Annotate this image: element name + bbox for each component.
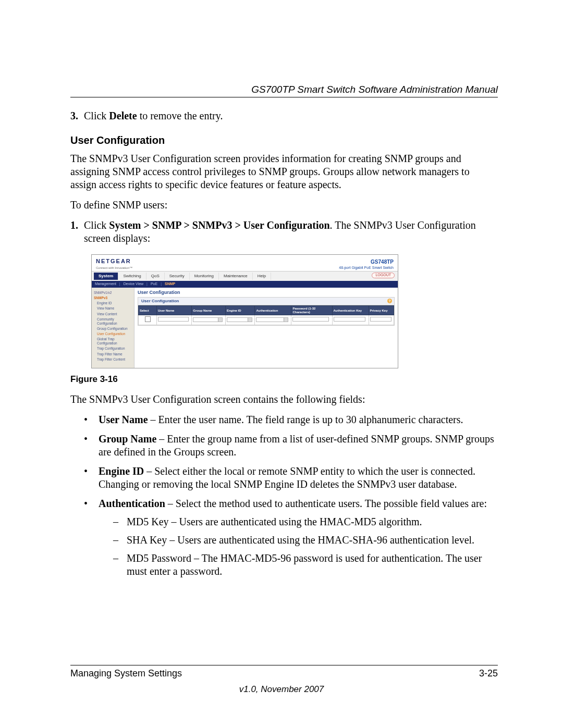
step-3: 3. Click Delete to remove the entry. xyxy=(70,109,498,122)
table-row xyxy=(139,315,394,325)
sidebar-item-group-config[interactable]: Group Configuration xyxy=(97,327,133,331)
field-desc: – Enter the user name. The field range i… xyxy=(148,414,463,425)
field-desc: – Select either the local or remote SNMP… xyxy=(99,465,475,490)
sidebar-item-global-trap-config[interactable]: Global Trap Configuration xyxy=(97,337,133,346)
sidebar-item-engine-id[interactable]: Engine ID xyxy=(97,301,133,305)
col-engine-id: Engine ID xyxy=(225,306,255,315)
logout-button[interactable]: LOGOUT xyxy=(372,273,395,278)
sidebar-item-view-name[interactable]: View Name xyxy=(97,306,133,311)
model-number: GS748TP xyxy=(339,259,394,266)
field-label: Engine ID xyxy=(99,465,144,477)
sidebar-section-snmpv3[interactable]: SNMPv3 xyxy=(94,296,133,300)
bullet-user-name: User Name – Enter the user name. The fie… xyxy=(84,413,498,426)
password-input[interactable] xyxy=(292,317,328,322)
text: Click xyxy=(84,219,109,231)
dash-md5-key: MD5 Key – Users are authenticated using … xyxy=(113,515,498,528)
group-name-select[interactable] xyxy=(193,317,223,322)
col-group-name: Group Name xyxy=(192,306,226,315)
tab-qos[interactable]: QoS xyxy=(146,273,165,280)
step-number: 1. xyxy=(70,219,84,245)
footer-row: Managing System Settings 3-25 xyxy=(70,668,498,680)
model: GS748TP 48-port Gigabit PoE Smart Switch xyxy=(339,259,394,270)
header-rule xyxy=(70,97,498,97)
step-number: 3. xyxy=(70,109,84,122)
text: Click xyxy=(84,110,109,121)
bullet-engine-id: Engine ID – Select either the local or r… xyxy=(84,465,498,491)
inner-title-text: User Configuration xyxy=(141,299,179,303)
post-figure-paragraph: The SNMPv3 User Configuration screen con… xyxy=(70,393,498,406)
sidebar-item-trap-filter-name[interactable]: Trap Filter Name xyxy=(97,352,133,356)
field-bullets: User Name – Enter the user name. The fie… xyxy=(70,413,498,578)
sub-tabs: Management| Device View| PoE| SNMP xyxy=(92,281,398,288)
dash-sha-key: SHA Key – Users are authenticated using … xyxy=(113,534,498,547)
screenshot-header: NETGEAR Connect with Innovation™ GS748TP… xyxy=(92,255,398,271)
divider: | xyxy=(146,282,148,287)
privacy-key-input[interactable] xyxy=(370,317,391,322)
step-text: Click System > SNMP > SNMPv3 > User Conf… xyxy=(84,219,498,245)
subtab-device-view[interactable]: Device View xyxy=(124,282,143,287)
footer-section: Managing System Settings xyxy=(70,668,182,680)
screenshot-content: SNMPv1/v2 SNMPv3 Engine ID View Name Vie… xyxy=(92,288,398,368)
divider: | xyxy=(161,282,162,287)
inner-panel: User Configuration ? Select User Name Gr… xyxy=(138,297,395,326)
field-label: User Name xyxy=(99,414,148,425)
sidebar-item-community-config[interactable]: Community Configuration xyxy=(97,317,133,326)
page-number: 3-25 xyxy=(479,668,498,680)
select-checkbox[interactable] xyxy=(145,316,151,322)
divider: | xyxy=(119,282,120,287)
col-select: Select xyxy=(139,306,157,315)
col-auth-key: Authentication Key xyxy=(332,306,369,315)
authentication-select[interactable] xyxy=(256,317,288,322)
subtab-snmp[interactable]: SNMP xyxy=(165,282,175,287)
col-authentication: Authentication xyxy=(255,306,291,315)
sidebar-item-trap-filter-content[interactable]: Trap Filter Content xyxy=(97,357,133,362)
tab-help[interactable]: Help xyxy=(253,273,271,280)
step-text: Click Delete to remove the entry. xyxy=(84,109,498,122)
col-user-name: User Name xyxy=(157,306,192,315)
bullet-authentication: Authentication – Select the method used … xyxy=(84,497,498,578)
sidebar-item-view-content[interactable]: View Content xyxy=(97,312,133,316)
intro-paragraph: The SNMPv3 User Configuration screen pro… xyxy=(70,152,498,191)
footer-rule xyxy=(70,665,498,665)
auth-key-input[interactable] xyxy=(334,317,366,322)
user-config-table: Select User Name Group Name Engine ID Au… xyxy=(138,305,394,325)
tab-system[interactable]: System xyxy=(94,273,118,280)
sidebar: SNMPv1/v2 SNMPv3 Engine ID View Name Vie… xyxy=(92,288,134,368)
main-panel: User Configuration User Configuration ? … xyxy=(134,288,398,368)
subtab-management[interactable]: Management xyxy=(95,282,116,287)
sidebar-item-trap-config[interactable]: Trap Configuration xyxy=(97,347,133,351)
field-label: Authentication xyxy=(99,498,165,509)
sidebar-item-user-config[interactable]: User Configuration xyxy=(97,332,133,336)
field-desc: – Enter the group name from a list of us… xyxy=(99,433,494,458)
model-description: 48-port Gigabit PoE Smart Switch xyxy=(339,266,394,270)
running-header: GS700TP Smart Switch Software Administra… xyxy=(251,83,498,96)
sidebar-section-snmpv12[interactable]: SNMPv1/v2 xyxy=(94,291,133,295)
help-icon[interactable]: ? xyxy=(387,299,392,303)
brand-logo-text: NETGEAR xyxy=(96,258,132,265)
col-password: Password (1-32 Characters) xyxy=(291,306,332,315)
field-desc: – Select the method used to authenticate… xyxy=(165,498,487,509)
subtab-poe[interactable]: PoE xyxy=(151,282,157,287)
tab-switching[interactable]: Switching xyxy=(118,273,146,280)
engine-id-select[interactable] xyxy=(227,317,252,322)
bullet-group-name: Group Name – Enter the group name from a… xyxy=(84,433,498,459)
panel-title: User Configuration xyxy=(138,290,395,295)
page: GS700TP Smart Switch Software Administra… xyxy=(0,0,563,728)
dash-md5-password: MD5 Password – The HMAC-MD5-96 password … xyxy=(113,552,498,578)
tab-security[interactable]: Security xyxy=(165,273,190,280)
field-label: Group Name xyxy=(99,433,156,445)
main-tabs: System Switching QoS Security Monitoring… xyxy=(92,271,398,281)
col-privacy-key: Privacy Key xyxy=(369,306,394,315)
tab-monitoring[interactable]: Monitoring xyxy=(190,273,219,280)
brand-tagline: Connect with Innovation™ xyxy=(96,266,132,270)
section-heading-user-configuration: User Configuration xyxy=(70,134,498,147)
tab-maintenance[interactable]: Maintenance xyxy=(219,273,253,280)
brand: NETGEAR Connect with Innovation™ xyxy=(96,258,132,270)
figure-caption: Figure 3-16 xyxy=(70,374,498,385)
table-header-row: Select User Name Group Name Engine ID Au… xyxy=(139,306,394,315)
page-body: 3. Click Delete to remove the entry. Use… xyxy=(70,109,498,578)
user-name-input[interactable] xyxy=(158,317,189,322)
nav-path: System > SNMP > SNMPv3 > User Configurat… xyxy=(109,219,329,231)
delete-label: Delete xyxy=(109,110,137,121)
step-1: 1. Click System > SNMP > SNMPv3 > User C… xyxy=(70,219,498,245)
